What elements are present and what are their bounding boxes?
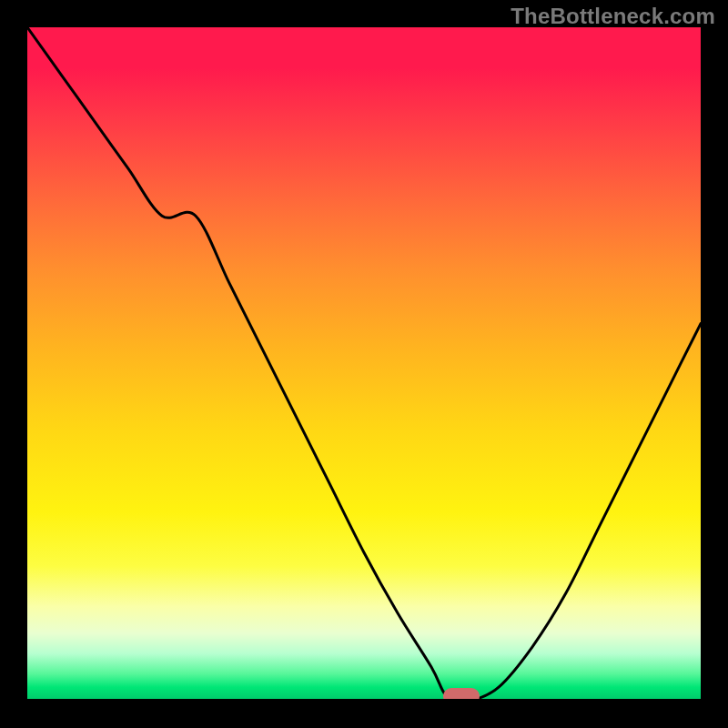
chart-frame: TheBottleneck.com: [0, 0, 728, 728]
watermark-text: TheBottleneck.com: [511, 4, 715, 29]
plot-area: [27, 27, 701, 701]
bottleneck-curve: [27, 27, 701, 701]
x-axis-baseline: [27, 699, 701, 701]
